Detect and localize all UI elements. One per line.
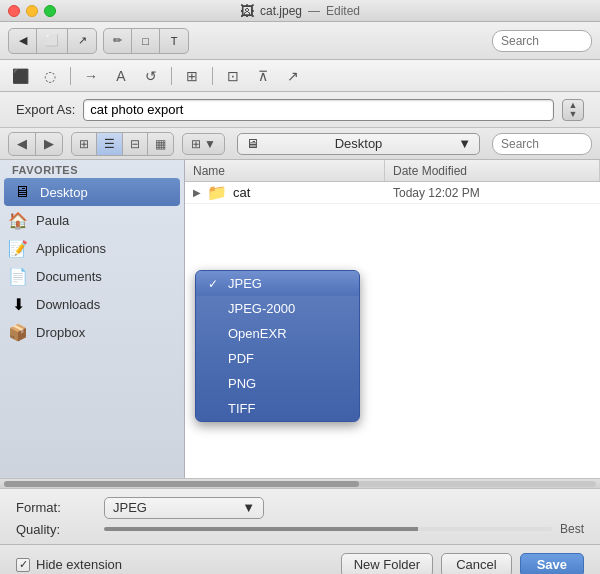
back-forward-group: ◀ ▶ bbox=[8, 132, 63, 156]
view-mode-group: ⊞ ☰ ⊟ ▦ bbox=[71, 132, 174, 156]
scrollbar-area bbox=[0, 478, 600, 488]
location-icon: 🖥 bbox=[246, 136, 259, 151]
file-date-cell: Today 12:02 PM bbox=[389, 184, 596, 202]
sidebar: FAVORITES 🖥 Desktop 🏠 Paula 📝 Applicatio… bbox=[0, 160, 185, 478]
column-view-btn[interactable]: ⊟ bbox=[123, 133, 148, 155]
maximize-button[interactable] bbox=[44, 5, 56, 17]
window-title: 🖼 cat.jpeg — Edited bbox=[240, 3, 360, 19]
format-row: Format: JPEG ▼ bbox=[16, 497, 584, 519]
title-edited: — bbox=[308, 4, 320, 18]
format-dropdown-popup: ✓ JPEG JPEG-2000 OpenEXR PDF PNG TIFF bbox=[195, 270, 360, 422]
location-text: Desktop bbox=[335, 136, 383, 151]
format-jpeg-label: JPEG bbox=[228, 276, 262, 291]
title-filename: cat.jpeg bbox=[260, 4, 302, 18]
quality-slider-wrap: Best bbox=[104, 522, 584, 536]
documents-icon: 📄 bbox=[8, 266, 28, 286]
tool-square-btn[interactable]: □ bbox=[132, 29, 160, 53]
flip-tool[interactable]: ⊼ bbox=[251, 64, 275, 88]
toolbar-search-input[interactable] bbox=[492, 30, 592, 52]
format-selected-value: JPEG bbox=[113, 500, 147, 515]
format-option-jpeg2000[interactable]: JPEG-2000 bbox=[196, 296, 359, 321]
title-bar: 🖼 cat.jpeg — Edited bbox=[0, 0, 600, 22]
scrollbar-track[interactable] bbox=[4, 481, 596, 487]
sidebar-desktop-label: Desktop bbox=[40, 185, 88, 200]
applications-icon: 📝 bbox=[8, 238, 28, 258]
save-button[interactable]: Save bbox=[520, 553, 584, 575]
file-row-cat[interactable]: ▶ 📁 cat Today 12:02 PM bbox=[185, 182, 600, 204]
file-icon: 🖼 bbox=[240, 3, 254, 19]
quality-label: Quality: bbox=[16, 522, 96, 537]
export-as-label: Export As: bbox=[16, 102, 75, 117]
format-option-png[interactable]: PNG bbox=[196, 371, 359, 396]
sidebar-item-dropbox[interactable]: 📦 Dropbox bbox=[0, 318, 184, 346]
arrow-tool[interactable]: → bbox=[79, 64, 103, 88]
drawing-toolbar: ⬛ ◌ → A ↺ ⊞ ⊡ ⊼ ↗ bbox=[0, 60, 600, 92]
date-column-header[interactable]: Date Modified bbox=[385, 160, 600, 181]
check-icon: ✓ bbox=[208, 277, 222, 291]
nav-back-btn[interactable]: ◀ bbox=[9, 133, 36, 155]
format-tiff-label: TIFF bbox=[228, 401, 255, 416]
export-stepper[interactable]: ▲ ▼ bbox=[562, 99, 584, 121]
crop-tool[interactable]: ⊡ bbox=[221, 64, 245, 88]
grid-view-tool[interactable]: ⊞ bbox=[180, 64, 204, 88]
toolbar-share-btn[interactable]: ↗ bbox=[68, 29, 96, 53]
name-column-header[interactable]: Name bbox=[185, 160, 385, 181]
location-dropdown[interactable]: 🖥 Desktop ▼ bbox=[237, 133, 480, 155]
desktop-icon: 🖥 bbox=[12, 182, 32, 202]
separator-3 bbox=[212, 67, 213, 85]
format-option-openexr[interactable]: OpenEXR bbox=[196, 321, 359, 346]
expand-triangle[interactable]: ▶ bbox=[193, 187, 201, 198]
toolbar-back-btn[interactable]: ◀ bbox=[9, 29, 37, 53]
sidebar-applications-label: Applications bbox=[36, 241, 106, 256]
hide-extension-wrap: ✓ Hide extension bbox=[16, 557, 122, 572]
tool-pen-btn[interactable]: ✏ bbox=[104, 29, 132, 53]
format-option-tiff[interactable]: TIFF bbox=[196, 396, 359, 421]
close-button[interactable] bbox=[8, 5, 20, 17]
nav-bar: ◀ ▶ ⊞ ☰ ⊟ ▦ ⊞ ▼ 🖥 Desktop ▼ bbox=[0, 128, 600, 160]
format-jpeg2000-label: JPEG-2000 bbox=[228, 301, 295, 316]
cover-flow-btn[interactable]: ▦ bbox=[148, 133, 173, 155]
nav-btn-group: ◀ ⬜ ↗ bbox=[8, 28, 97, 54]
quality-slider[interactable] bbox=[104, 527, 552, 531]
sidebar-dropbox-label: Dropbox bbox=[36, 325, 85, 340]
hide-extension-label: Hide extension bbox=[36, 557, 122, 572]
selection-tool[interactable]: ⬛ bbox=[8, 64, 32, 88]
format-openexr-label: OpenEXR bbox=[228, 326, 287, 341]
dropbox-icon: 📦 bbox=[8, 322, 28, 342]
nav-search-input[interactable] bbox=[492, 133, 592, 155]
sidebar-paula-label: Paula bbox=[36, 213, 69, 228]
sidebar-item-desktop[interactable]: 🖥 Desktop bbox=[4, 178, 180, 206]
main-content: FAVORITES 🖥 Desktop 🏠 Paula 📝 Applicatio… bbox=[0, 160, 600, 478]
format-select[interactable]: JPEG ▼ bbox=[104, 497, 264, 519]
sidebar-item-documents[interactable]: 📄 Documents bbox=[0, 262, 184, 290]
export-filename-input[interactable] bbox=[83, 99, 554, 121]
format-option-pdf[interactable]: PDF bbox=[196, 346, 359, 371]
hide-extension-checkbox[interactable]: ✓ bbox=[16, 558, 30, 572]
bottom-bar: Format: JPEG ▼ Quality: Best bbox=[0, 488, 600, 544]
sidebar-item-downloads[interactable]: ⬇ Downloads bbox=[0, 290, 184, 318]
sidebar-item-paula[interactable]: 🏠 Paula bbox=[0, 206, 184, 234]
shape-tool[interactable]: ↺ bbox=[139, 64, 163, 88]
cancel-button[interactable]: Cancel bbox=[441, 553, 511, 575]
scrollbar-thumb[interactable] bbox=[4, 481, 359, 487]
tool-text-btn[interactable]: T bbox=[160, 29, 188, 53]
format-option-jpeg[interactable]: ✓ JPEG bbox=[196, 271, 359, 296]
sidebar-downloads-label: Downloads bbox=[36, 297, 100, 312]
favorites-header: FAVORITES bbox=[0, 160, 184, 178]
downloads-icon: ⬇ bbox=[8, 294, 28, 314]
arrange-btn[interactable]: ⊞ ▼ bbox=[182, 133, 225, 155]
action-bar: ✓ Hide extension New Folder Cancel Save bbox=[0, 544, 600, 574]
list-view-btn[interactable]: ☰ bbox=[97, 133, 123, 155]
new-folder-button[interactable]: New Folder bbox=[341, 553, 433, 575]
lasso-tool[interactable]: ◌ bbox=[38, 64, 62, 88]
sidebar-item-applications[interactable]: 📝 Applications bbox=[0, 234, 184, 262]
window-controls[interactable] bbox=[8, 5, 56, 17]
minimize-button[interactable] bbox=[26, 5, 38, 17]
file-name-label: cat bbox=[233, 185, 250, 200]
nav-forward-btn[interactable]: ▶ bbox=[36, 133, 62, 155]
text-tool[interactable]: A bbox=[109, 64, 133, 88]
icon-view-btn[interactable]: ⊞ bbox=[72, 133, 97, 155]
action-btn-group: ✏ □ T bbox=[103, 28, 189, 54]
adjust-tool[interactable]: ↗ bbox=[281, 64, 305, 88]
toolbar-forward-btn[interactable]: ⬜ bbox=[37, 29, 68, 53]
